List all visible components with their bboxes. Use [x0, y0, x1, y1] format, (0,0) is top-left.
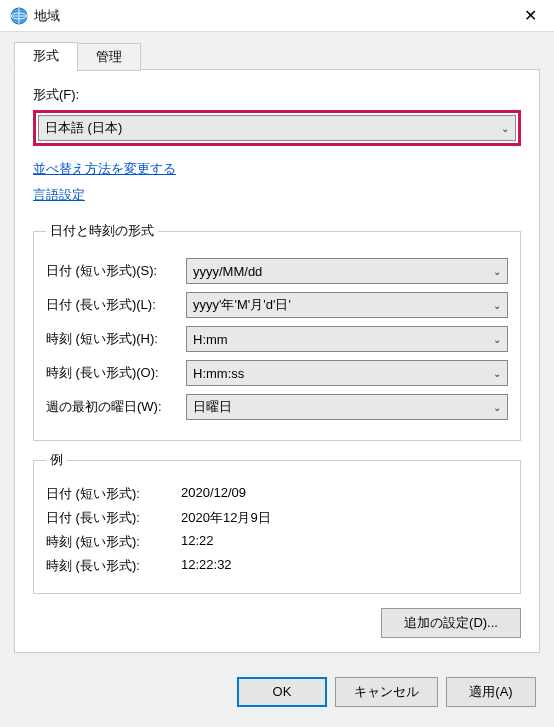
ex-short-date-value: 2020/12/09 — [181, 485, 246, 503]
short-time-combo[interactable]: H:mm ⌄ — [186, 326, 508, 352]
ex-long-time-label: 時刻 (長い形式): — [46, 557, 181, 575]
format-combo[interactable]: 日本語 (日本) ⌄ — [38, 115, 516, 141]
language-settings-link[interactable]: 言語設定 — [33, 186, 85, 204]
ex-long-date-label: 日付 (長い形式): — [46, 509, 181, 527]
chevron-down-icon: ⌄ — [501, 123, 509, 134]
short-date-combo[interactable]: yyyy/MM/dd ⌄ — [186, 258, 508, 284]
ex-long-time-value: 12:22:32 — [181, 557, 232, 575]
first-day-combo[interactable]: 日曜日 ⌄ — [186, 394, 508, 420]
tab-panel-format: 形式(F): 日本語 (日本) ⌄ 並べ替え方法を変更する 言語設定 日付と時刻… — [14, 69, 540, 653]
example-legend: 例 — [46, 451, 67, 469]
long-time-label: 時刻 (長い形式)(O): — [46, 364, 186, 382]
content-area: 形式 管理 形式(F): 日本語 (日本) ⌄ 並べ替え方法を変更する 言語設定… — [0, 32, 554, 667]
cancel-button[interactable]: キャンセル — [335, 677, 438, 707]
sort-method-link[interactable]: 並べ替え方法を変更する — [33, 160, 176, 178]
chevron-down-icon: ⌄ — [493, 334, 501, 345]
ex-short-time-value: 12:22 — [181, 533, 214, 551]
ex-short-date-label: 日付 (短い形式): — [46, 485, 181, 503]
ex-long-date-value: 2020年12月9日 — [181, 509, 271, 527]
datetime-format-legend: 日付と時刻の形式 — [46, 222, 158, 240]
format-label: 形式(F): — [33, 86, 521, 104]
additional-settings-button[interactable]: 追加の設定(D)... — [381, 608, 521, 638]
highlight-box: 日本語 (日本) ⌄ — [33, 110, 521, 146]
chevron-down-icon: ⌄ — [493, 402, 501, 413]
long-date-combo[interactable]: yyyy'年'M'月'd'日' ⌄ — [186, 292, 508, 318]
tab-admin[interactable]: 管理 — [77, 43, 141, 71]
titlebar: 地域 ✕ — [0, 0, 554, 32]
chevron-down-icon: ⌄ — [493, 300, 501, 311]
format-combo-value: 日本語 (日本) — [45, 119, 501, 137]
globe-icon — [10, 7, 28, 25]
tab-format[interactable]: 形式 — [14, 42, 78, 70]
datetime-format-group: 日付と時刻の形式 日付 (短い形式)(S): yyyy/MM/dd ⌄ 日付 (… — [33, 222, 521, 441]
tab-strip: 形式 管理 — [14, 42, 540, 70]
example-group: 例 日付 (短い形式): 2020/12/09 日付 (長い形式): 2020年… — [33, 451, 521, 594]
chevron-down-icon: ⌄ — [493, 266, 501, 277]
long-time-combo[interactable]: H:mm:ss ⌄ — [186, 360, 508, 386]
ok-button[interactable]: OK — [237, 677, 327, 707]
short-time-label: 時刻 (短い形式)(H): — [46, 330, 186, 348]
dialog-buttons: OK キャンセル 適用(A) — [0, 667, 554, 717]
chevron-down-icon: ⌄ — [493, 368, 501, 379]
long-date-label: 日付 (長い形式)(L): — [46, 296, 186, 314]
short-date-label: 日付 (短い形式)(S): — [46, 262, 186, 280]
close-button[interactable]: ✕ — [510, 2, 550, 30]
window-title: 地域 — [34, 7, 510, 25]
apply-button[interactable]: 適用(A) — [446, 677, 536, 707]
first-day-label: 週の最初の曜日(W): — [46, 398, 186, 416]
ex-short-time-label: 時刻 (短い形式): — [46, 533, 181, 551]
